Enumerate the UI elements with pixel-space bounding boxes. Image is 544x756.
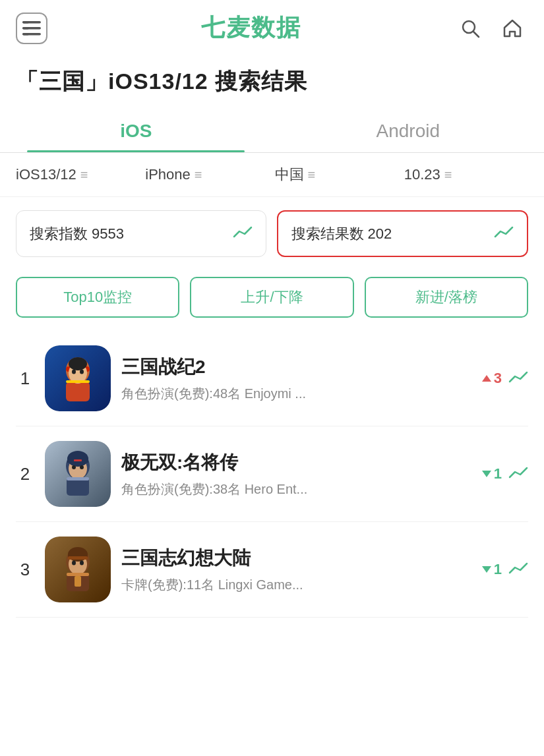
svg-point-35: [72, 561, 76, 566]
app-item-2[interactable]: 2: [16, 426, 528, 522]
filter-date-icon: ≡: [444, 167, 452, 183]
app-name-2: 极无双:名将传: [121, 450, 471, 475]
app-change-1: 3: [482, 370, 502, 387]
app-rank-2: 2: [16, 464, 34, 484]
svg-rect-34: [68, 556, 88, 560]
page-title: 「三国」iOS13/12 搜索结果: [0, 56, 544, 110]
svg-marker-28: [482, 471, 491, 477]
app-list: 1: [0, 331, 544, 618]
home-button[interactable]: [497, 13, 528, 44]
app-right-2: 1: [482, 464, 528, 484]
stat-search-result-label: 搜索结果数 202: [291, 224, 392, 244]
filter-device[interactable]: iPhone ≡: [145, 166, 269, 183]
filter-device-label: iPhone: [145, 166, 191, 183]
app-sub-1: 角色扮演(免费):48名 Enjoymi ...: [121, 385, 471, 403]
filter-region-label: 中国: [275, 165, 304, 185]
svg-point-36: [80, 561, 84, 566]
svg-rect-4: [22, 27, 29, 30]
svg-rect-38: [67, 573, 89, 576]
app-info-2: 极无双:名将传 角色扮演(免费):38名 Hero Ent...: [121, 450, 471, 498]
app-icon-2: [45, 441, 111, 507]
svg-rect-26: [67, 477, 89, 480]
app-rank-3: 3: [16, 560, 34, 580]
app-item-3[interactable]: 3: [16, 522, 528, 618]
app-sub-2: 角色扮演(免费):38名 Hero Ent...: [121, 480, 471, 498]
action-row: Top10监控 上升/下降 新进/落榜: [0, 270, 544, 331]
app-sub-3: 卡牌(免费):11名 Lingxi Game...: [121, 576, 471, 594]
stat-search-index-label: 搜索指数 9553: [30, 224, 124, 244]
app-right-3: 1: [482, 560, 528, 580]
site-title: 七麦数据: [201, 12, 301, 44]
app-right-1: 3: [482, 368, 528, 389]
svg-rect-3: [22, 21, 29, 24]
tab-bar: iOS Android: [0, 110, 544, 153]
filter-version-icon: ≡: [80, 167, 88, 183]
svg-point-13: [69, 357, 87, 370]
app-change-3: 1: [482, 561, 502, 578]
filter-date-label: 10.23: [404, 166, 440, 183]
app-trend-icon-2[interactable]: [508, 464, 528, 484]
stat-search-index[interactable]: 搜索指数 9553: [16, 210, 266, 257]
svg-line-7: [473, 32, 479, 37]
svg-marker-40: [482, 566, 491, 573]
stat-search-result[interactable]: 搜索结果数 202: [277, 210, 529, 257]
filter-device-icon: ≡: [195, 167, 202, 183]
menu-button[interactable]: [16, 13, 47, 44]
filter-version[interactable]: iOS13/12 ≡: [16, 166, 140, 183]
stats-row: 搜索指数 9553 搜索结果数 202: [0, 197, 544, 270]
filter-version-label: iOS13/12: [16, 166, 76, 183]
stat-search-index-chart-icon: [233, 223, 253, 244]
search-button[interactable]: [454, 13, 486, 44]
new-out-button[interactable]: 新进/落榜: [365, 277, 528, 318]
app-name-3: 三国志幻想大陆: [121, 546, 471, 571]
svg-rect-5: [22, 33, 29, 36]
app-item-1[interactable]: 1: [16, 331, 528, 426]
filter-region[interactable]: 中国 ≡: [275, 165, 399, 185]
app-icon-1: [45, 345, 111, 411]
app-icon-3: [45, 537, 111, 602]
tab-android[interactable]: Android: [272, 110, 545, 152]
filter-date[interactable]: 10.23 ≡: [404, 166, 528, 183]
svg-rect-16: [66, 380, 90, 383]
svg-rect-10: [66, 382, 90, 401]
tab-ios[interactable]: iOS: [0, 110, 272, 152]
app-trend-icon-1[interactable]: [508, 368, 528, 389]
app-change-2: 1: [482, 465, 502, 482]
stat-search-result-chart-icon: [494, 223, 514, 244]
filter-region-icon: ≡: [308, 167, 316, 183]
top10-button[interactable]: Top10监控: [16, 277, 179, 318]
app-name-1: 三国战纪2: [121, 355, 471, 380]
rise-fall-button[interactable]: 上升/下降: [190, 277, 353, 318]
svg-point-14: [72, 370, 76, 374]
svg-point-24: [80, 465, 84, 469]
svg-rect-39: [75, 576, 81, 587]
svg-marker-17: [482, 375, 491, 382]
app-trend-icon-3[interactable]: [508, 560, 528, 580]
header: 七麦数据: [0, 0, 544, 56]
app-info-1: 三国战纪2 角色扮演(免费):48名 Enjoymi ...: [121, 355, 471, 403]
svg-rect-27: [74, 459, 82, 461]
header-actions: [454, 13, 528, 44]
app-info-3: 三国志幻想大陆 卡牌(免费):11名 Lingxi Game...: [121, 546, 471, 594]
filter-row: iOS13/12 ≡ iPhone ≡ 中国 ≡ 10.23 ≡: [0, 153, 544, 197]
app-rank-1: 1: [16, 368, 34, 389]
svg-point-15: [80, 370, 84, 374]
svg-point-23: [72, 465, 76, 469]
